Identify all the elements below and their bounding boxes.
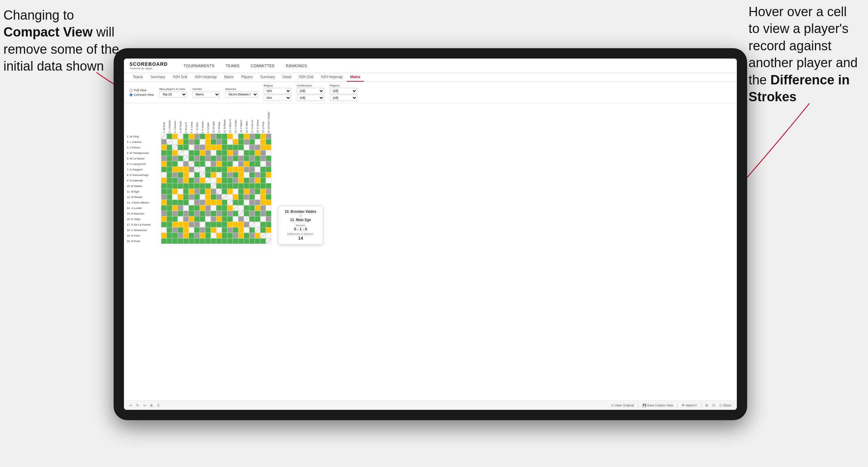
- grid-cell[interactable]: [167, 194, 172, 200]
- grid-cell[interactable]: [194, 205, 200, 211]
- grid-cell[interactable]: [211, 172, 216, 178]
- grid-cell[interactable]: [183, 189, 189, 194]
- grid-cell[interactable]: [211, 161, 216, 167]
- grid-cell[interactable]: [178, 233, 183, 238]
- grid-cell[interactable]: [161, 222, 167, 227]
- grid-cell[interactable]: [227, 183, 233, 189]
- grid-cell[interactable]: [233, 183, 238, 189]
- grid-cell[interactable]: [211, 167, 216, 172]
- filter-region-select1[interactable]: N/A: [264, 88, 291, 94]
- grid-cell[interactable]: [266, 211, 271, 216]
- grid-cell[interactable]: [200, 211, 205, 216]
- grid-cell[interactable]: [260, 211, 266, 216]
- grid-cell[interactable]: [260, 167, 266, 172]
- tab-players[interactable]: Players: [238, 73, 256, 82]
- grid-cell[interactable]: [178, 161, 183, 167]
- grid-cell[interactable]: [255, 194, 260, 200]
- grid-cell[interactable]: [178, 216, 183, 222]
- grid-cell[interactable]: [255, 172, 260, 178]
- grid-cell[interactable]: [178, 205, 183, 211]
- grid-cell[interactable]: [244, 222, 249, 227]
- grid-cell[interactable]: [200, 172, 205, 178]
- grid-cell[interactable]: [172, 194, 178, 200]
- grid-cell[interactable]: [222, 161, 227, 167]
- grid-cell[interactable]: [266, 216, 271, 222]
- grid-cell[interactable]: [255, 189, 260, 194]
- grid-cell[interactable]: [211, 134, 216, 139]
- grid-cell[interactable]: [194, 194, 200, 200]
- grid-cell[interactable]: [194, 238, 200, 244]
- grid-cell[interactable]: [189, 150, 194, 156]
- grid-cell[interactable]: [189, 145, 194, 150]
- grid-cell[interactable]: [266, 205, 271, 211]
- grid-cell[interactable]: [233, 145, 238, 150]
- grid-cell[interactable]: [167, 161, 172, 167]
- grid-cell[interactable]: [183, 161, 189, 167]
- grid-cell[interactable]: [194, 167, 200, 172]
- grid-cell[interactable]: [172, 189, 178, 194]
- grid-cell[interactable]: [205, 172, 211, 178]
- grid-cell[interactable]: [211, 216, 216, 222]
- grid-cell[interactable]: [205, 134, 211, 139]
- grid-cell[interactable]: [249, 189, 255, 194]
- grid-cell[interactable]: [167, 145, 172, 150]
- grid-cell[interactable]: [172, 172, 178, 178]
- grid-cell[interactable]: [249, 145, 255, 150]
- grid-cell[interactable]: [200, 178, 205, 183]
- grid-cell[interactable]: [244, 150, 249, 156]
- grid-cell[interactable]: [222, 178, 227, 183]
- grid-cell[interactable]: [178, 200, 183, 205]
- grid-cell[interactable]: [249, 156, 255, 161]
- grid-cell[interactable]: [260, 150, 266, 156]
- filter-gender-select[interactable]: Men's: [192, 91, 220, 97]
- grid-cell[interactable]: [255, 238, 260, 244]
- grid-cell[interactable]: [222, 189, 227, 194]
- grid-cell[interactable]: [266, 156, 271, 161]
- grid-cell[interactable]: [255, 233, 260, 238]
- grid-cell[interactable]: [211, 178, 216, 183]
- grid-cell[interactable]: [167, 156, 172, 161]
- toolbar-redo2-btn[interactable]: ↪: [143, 404, 146, 407]
- tab-matrix1[interactable]: Matrix: [221, 73, 237, 82]
- grid-cell[interactable]: [244, 233, 249, 238]
- grid-cell[interactable]: [266, 194, 271, 200]
- grid-cell[interactable]: [244, 139, 249, 145]
- grid-cell[interactable]: [266, 172, 271, 178]
- grid-cell[interactable]: [178, 134, 183, 139]
- grid-cell[interactable]: [222, 222, 227, 227]
- grid-cell[interactable]: [200, 200, 205, 205]
- grid-cell[interactable]: [227, 222, 233, 227]
- grid-cell[interactable]: [194, 145, 200, 150]
- grid-cell[interactable]: [266, 222, 271, 227]
- grid-cell[interactable]: [216, 167, 222, 172]
- grid-cell[interactable]: [249, 161, 255, 167]
- grid-cell[interactable]: [233, 139, 238, 145]
- grid-cell[interactable]: [189, 134, 194, 139]
- grid-cell[interactable]: [194, 233, 200, 238]
- grid-cell[interactable]: [172, 178, 178, 183]
- grid-cell[interactable]: [244, 161, 249, 167]
- grid-cell[interactable]: [178, 139, 183, 145]
- grid-cell[interactable]: [200, 222, 205, 227]
- grid-cell[interactable]: [260, 183, 266, 189]
- grid-cell[interactable]: [216, 194, 222, 200]
- grid-cell[interactable]: [244, 211, 249, 216]
- grid-cell[interactable]: [161, 233, 167, 238]
- filter-division-select[interactable]: NCAA Division I: [226, 91, 258, 97]
- grid-cell[interactable]: [205, 145, 211, 150]
- grid-cell[interactable]: [233, 216, 238, 222]
- grid-cell[interactable]: [172, 134, 178, 139]
- grid-cell[interactable]: [238, 183, 244, 189]
- grid-cell[interactable]: [178, 194, 183, 200]
- grid-cell[interactable]: [244, 178, 249, 183]
- grid-cell[interactable]: [178, 238, 183, 244]
- grid-cell[interactable]: [249, 178, 255, 183]
- grid-cell[interactable]: [189, 238, 194, 244]
- grid-cell[interactable]: [227, 150, 233, 156]
- grid-cell[interactable]: [178, 167, 183, 172]
- grid-cell[interactable]: [222, 233, 227, 238]
- grid-cell[interactable]: [189, 167, 194, 172]
- grid-cell[interactable]: [167, 222, 172, 227]
- grid-cell[interactable]: [178, 156, 183, 161]
- grid-cell[interactable]: [233, 156, 238, 161]
